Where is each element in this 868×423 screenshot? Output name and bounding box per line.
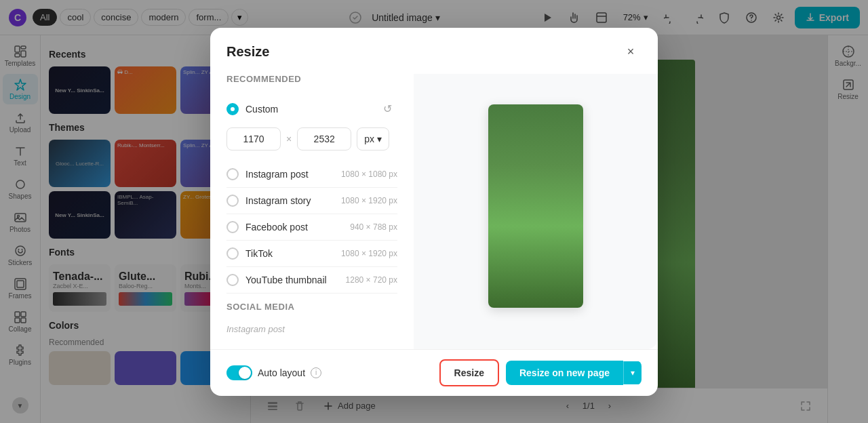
facebook-post-option[interactable]: Facebook post 940 × 788 px: [226, 214, 397, 241]
auto-layout-toggle[interactable]: [226, 365, 252, 380]
instagram-post-radio: [226, 168, 239, 180]
resize-new-page-dropdown-button[interactable]: ▾: [623, 361, 642, 384]
custom-radio-option[interactable]: Custom ↺: [226, 92, 397, 122]
toggle-knob: [239, 367, 251, 379]
auto-layout-info-icon[interactable]: i: [311, 367, 321, 378]
resize-modal: Resize × Recommended Custom ↺ ×: [210, 28, 658, 396]
recommended-section-label: Recommended: [226, 74, 397, 84]
unit-chevron-icon: ▾: [377, 134, 382, 144]
modal-left-panel: Recommended Custom ↺ × px ▾: [210, 74, 414, 349]
modal-title: Resize: [226, 44, 269, 60]
youtube-thumbnail-label: YouTube thumbnail: [245, 275, 339, 285]
modal-footer: Auto layout i Resize Resize on new page …: [210, 349, 658, 396]
instagram-post-option[interactable]: Instagram post 1080 × 1080 px: [226, 161, 397, 188]
instagram-post-label: Instagram post: [245, 169, 334, 180]
youtube-thumbnail-option[interactable]: YouTube thumbnail 1280 × 720 px: [226, 267, 397, 294]
modal-overlay[interactable]: Resize × Recommended Custom ↺ ×: [0, 0, 868, 423]
unit-select[interactable]: px ▾: [357, 127, 389, 150]
modal-header: Resize ×: [210, 28, 658, 74]
modal-right-panel: [414, 74, 658, 349]
dimensions-row: × px ▾: [226, 127, 397, 150]
tiktok-radio: [226, 247, 239, 260]
dimension-separator: ×: [286, 134, 292, 144]
resize-new-page-button-group: Resize on new page ▾: [506, 361, 642, 385]
youtube-thumbnail-radio: [226, 274, 239, 286]
resize-new-page-button[interactable]: Resize on new page: [506, 361, 623, 385]
tiktok-size: 1080 × 1920 px: [341, 249, 397, 258]
instagram-story-label: Instagram story: [245, 195, 334, 206]
height-input[interactable]: [297, 127, 351, 150]
resize-preview-image: [488, 104, 583, 308]
modal-footer-actions: Resize Resize on new page ▾: [439, 359, 642, 386]
custom-radio-circle: [226, 103, 239, 115]
social-media-section-label: Social media: [226, 302, 397, 312]
unit-value: px: [364, 134, 374, 144]
instagram-story-radio: [226, 195, 239, 207]
custom-section: Custom ↺ × px ▾: [226, 92, 397, 150]
facebook-post-radio: [226, 221, 239, 233]
instagram-post-size: 1080 × 1080 px: [341, 169, 397, 179]
tiktok-option[interactable]: TikTok 1080 × 1920 px: [226, 241, 397, 267]
instagram-story-option[interactable]: Instagram story 1080 × 1920 px: [226, 188, 397, 214]
youtube-thumbnail-size: 1280 × 720 px: [346, 275, 397, 285]
tiktok-label: TikTok: [245, 248, 334, 259]
modal-close-button[interactable]: ×: [620, 41, 642, 63]
social-sub-label: Instagram post: [226, 320, 397, 338]
facebook-post-label: Facebook post: [245, 222, 343, 233]
modal-body: Recommended Custom ↺ × px ▾: [210, 74, 658, 349]
width-input[interactable]: [226, 127, 281, 150]
instagram-story-size: 1080 × 1920 px: [341, 196, 397, 205]
auto-layout-label: Auto layout: [258, 367, 305, 378]
facebook-post-size: 940 × 788 px: [350, 222, 397, 232]
auto-layout-control: Auto layout i: [226, 365, 321, 380]
resize-button[interactable]: Resize: [439, 359, 499, 386]
custom-label: Custom: [245, 104, 370, 115]
refresh-dimensions-button[interactable]: ↺: [377, 99, 397, 119]
